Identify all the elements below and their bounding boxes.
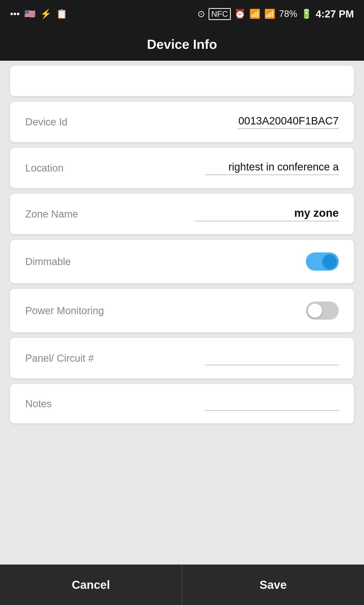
dimmable-toggle-knob [323,254,337,269]
zone-name-card: Zone Name [10,194,354,234]
location-label: Location [25,162,63,174]
battery-percent: 78% [279,9,297,19]
notes-label: Notes [25,398,52,409]
panel-circuit-input[interactable] [205,351,339,365]
panel-circuit-label: Panel/ Circuit # [25,353,94,364]
app-header: Device Info [0,28,364,61]
zone-name-input[interactable] [195,207,339,221]
dimmable-toggle-container [306,252,339,271]
location-value-container [205,161,339,175]
location-card: Location [10,148,354,188]
wifi-icon: 📶 [249,9,261,19]
cancel-button[interactable]: Cancel [0,565,182,605]
dimmable-card: Dimmable [10,240,354,283]
top-partial-card [10,66,354,96]
device-id-value-container: 0013A20040F1BAC7 [238,115,339,129]
status-right-icons: ⊙ NFC ⏰ 📶 📶 78% 🔋 4:27 PM [197,8,354,20]
power-monitoring-toggle-container [306,301,339,320]
status-bar: ••• 🇺🇸 ⚡ 📋 ⊙ NFC ⏰ 📶 📶 78% 🔋 4:27 PM [0,0,364,28]
usb-icon: ⚡ [40,9,52,19]
bottom-bar: Cancel Save [0,565,364,605]
page-title: Device Info [147,37,217,52]
dimmable-label: Dimmable [25,256,71,267]
power-monitoring-toggle-knob [308,304,322,318]
location-input[interactable] [205,161,339,175]
battery-icon: 🔋 [301,9,312,19]
bluetooth-icon: ⊙ [197,9,205,19]
nfc-label: NFC [209,8,231,20]
notes-card: Notes [10,384,354,423]
zone-name-value-container [195,207,339,221]
notes-value-container [205,397,339,411]
power-monitoring-label: Power Monitoring [25,305,104,316]
alarm-icon: ⏰ [234,9,246,19]
clipboard-icon: 📋 [56,9,67,19]
menu-icon: ••• [10,9,20,19]
save-button[interactable]: Save [182,565,364,605]
panel-circuit-card: Panel/ Circuit # [10,338,354,378]
panel-circuit-value-container [205,351,339,365]
content-area: Device Id 0013A20040F1BAC7 Location Zone… [0,61,364,605]
status-left-icons: ••• 🇺🇸 ⚡ 📋 [10,9,67,19]
device-id-label: Device Id [25,116,67,128]
status-time: 4:27 PM [316,8,354,20]
flag-icon: 🇺🇸 [24,9,36,19]
signal-icon: 📶 [264,9,276,19]
dimmable-toggle[interactable] [306,252,339,271]
power-monitoring-toggle[interactable] [306,301,339,320]
device-id-card: Device Id 0013A20040F1BAC7 [10,102,354,142]
device-id-value: 0013A20040F1BAC7 [238,115,339,129]
notes-input[interactable] [205,397,339,411]
zone-name-label: Zone Name [25,208,78,220]
power-monitoring-card: Power Monitoring [10,289,354,332]
